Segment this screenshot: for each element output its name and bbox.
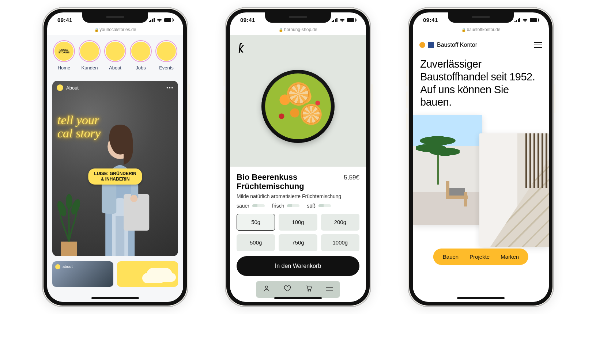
- nav-circle-icon: [156, 41, 177, 61]
- signal-icon: [332, 18, 338, 22]
- home-indicator[interactable]: [91, 297, 139, 299]
- wifi-icon: [522, 18, 528, 22]
- taste-meter: [287, 204, 299, 207]
- svg-rect-4: [116, 216, 124, 256]
- thumbnail-row: about: [52, 261, 178, 287]
- signal-icon: [149, 18, 155, 22]
- more-icon[interactable]: •••: [166, 85, 174, 91]
- logo-icon: LOCAL STORIES: [54, 41, 74, 61]
- cart-icon[interactable]: [303, 285, 314, 294]
- wifi-icon: [339, 18, 345, 22]
- phone-localstories: 09:41 yourlocalstories.de LOCAL STORIES …: [42, 7, 188, 307]
- product-hero: ƙ: [230, 35, 366, 167]
- taste-meter: [318, 204, 331, 207]
- nav-label: Kunden: [82, 65, 98, 71]
- brand-name[interactable]: Baustoff Kontor: [437, 42, 477, 48]
- size-option[interactable]: 1000g: [321, 234, 359, 251]
- phone-baustoff: 09:41 baustoffkontor.de Baustoff Kontor …: [408, 7, 554, 307]
- battery-icon: [164, 18, 173, 22]
- nav-label: Jobs: [136, 65, 146, 71]
- image-stairs: [479, 133, 549, 247]
- notch: [82, 12, 148, 23]
- nav-kunden[interactable]: Kunden: [78, 41, 101, 71]
- wifi-icon: [156, 18, 162, 22]
- logo-dot-icon: [419, 42, 425, 48]
- nav-row: LOCAL STORIES Home Kunden About Jobs: [52, 41, 178, 71]
- pill-bauen[interactable]: Bauen: [443, 254, 459, 260]
- url-bar[interactable]: yourlocalstories.de: [47, 27, 183, 32]
- battery-icon: [347, 18, 356, 22]
- badge: LUISE: GRÜNDERIN & INHABERIN: [88, 168, 142, 185]
- cloud-icon: [147, 268, 172, 281]
- category-pill: Bauen Projekte Marken: [433, 249, 528, 265]
- story-title: About: [66, 85, 79, 91]
- product-image: [261, 70, 335, 143]
- product-subtitle: Milde natürlich aromatisierte Früchtemis…: [237, 193, 359, 199]
- user-icon[interactable]: [261, 285, 272, 294]
- nav-label: About: [109, 65, 121, 71]
- home-indicator[interactable]: [274, 297, 322, 299]
- svg-rect-0: [61, 242, 77, 256]
- story-avatar-icon: [57, 84, 63, 91]
- notch: [448, 12, 514, 23]
- size-option[interactable]: 100g: [279, 214, 317, 231]
- url-bar[interactable]: hornung-shop.de: [230, 27, 366, 32]
- thumb-label: about: [63, 264, 73, 269]
- product-title: Bio Beerenkuss Früchtemischung: [237, 172, 339, 191]
- size-grid: 50g 100g 200g 500g 750g 1000g: [237, 214, 359, 251]
- size-option[interactable]: 200g: [321, 214, 359, 231]
- nav-circle-icon: [131, 41, 151, 61]
- nav-home[interactable]: LOCAL STORIES Home: [52, 41, 76, 71]
- svg-point-9: [308, 291, 309, 292]
- nav-about[interactable]: About: [103, 41, 127, 71]
- nav-circle-icon: [79, 41, 100, 61]
- nav-jobs[interactable]: Jobs: [129, 41, 152, 71]
- image-collage: Bauen Projekte Marken: [413, 115, 549, 247]
- bottom-bar: [256, 281, 340, 298]
- taste-meter: [252, 204, 265, 207]
- svg-point-7: [130, 195, 137, 202]
- svg-point-10: [310, 291, 311, 292]
- taste-label: frisch: [272, 203, 284, 209]
- heart-icon[interactable]: [282, 285, 293, 294]
- pill-projekte[interactable]: Projekte: [469, 254, 490, 260]
- nav-label: Home: [58, 65, 71, 71]
- thumb-avatar-icon: [55, 264, 60, 269]
- nav-events[interactable]: Events: [155, 41, 178, 71]
- story-card[interactable]: About ••• tell your cal story: [52, 81, 178, 256]
- taste-label: süß: [307, 203, 315, 209]
- url-bar[interactable]: baustoffkontor.de: [413, 27, 549, 32]
- image-terrace: [413, 115, 482, 225]
- hero-headline: Zuverlässiger Baustoffhandel seit 1952. …: [413, 55, 549, 115]
- shop-logo-icon[interactable]: ƙ: [237, 41, 244, 56]
- status-time: 09:41: [240, 17, 255, 23]
- taste-label: sauer: [237, 203, 249, 209]
- phone-hornung: 09:41 hornung-shop.de ƙ Bio Beerenkuss F…: [225, 7, 371, 307]
- battery-icon: [530, 18, 539, 22]
- pill-marken[interactable]: Marken: [501, 254, 519, 260]
- svg-point-3: [66, 194, 72, 209]
- nav-circle-icon: [105, 41, 125, 61]
- logo-square-icon: [428, 42, 434, 48]
- svg-point-8: [265, 286, 268, 288]
- notch: [265, 12, 331, 23]
- taste-row: sauer frisch süß: [237, 203, 359, 209]
- home-indicator[interactable]: [457, 297, 505, 299]
- header: Baustoff Kontor: [413, 35, 549, 55]
- thumbnail[interactable]: [117, 261, 178, 287]
- add-to-cart-button[interactable]: In den Warenkorb: [237, 256, 359, 276]
- status-time: 09:41: [57, 17, 72, 23]
- size-option[interactable]: 500g: [237, 234, 275, 251]
- product-price: 5,59€: [344, 174, 359, 181]
- thumbnail[interactable]: about: [52, 261, 113, 287]
- size-option[interactable]: 750g: [279, 234, 317, 251]
- size-option[interactable]: 50g: [237, 214, 275, 231]
- menu-icon[interactable]: [324, 285, 335, 293]
- nav-label: Events: [159, 65, 174, 71]
- signal-icon: [514, 18, 521, 22]
- status-time: 09:41: [423, 17, 438, 23]
- menu-icon[interactable]: [534, 40, 542, 50]
